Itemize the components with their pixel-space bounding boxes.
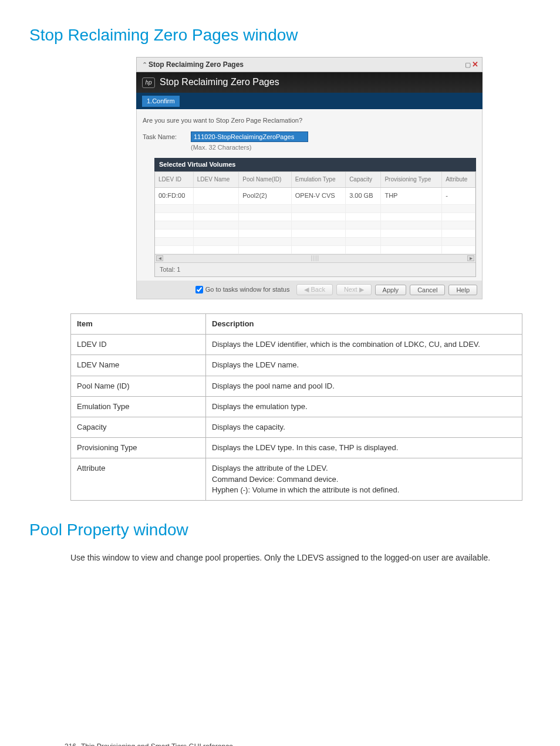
help-button[interactable]: Help xyxy=(448,285,477,295)
next-button[interactable]: Next ▶ xyxy=(336,284,372,295)
desc-row: Provisioning TypeDisplays the LDEV type.… xyxy=(71,438,522,458)
pool-property-text: Use this window to view and change pool … xyxy=(70,552,528,563)
desc-head-item: Item xyxy=(71,314,206,335)
cell-pool: Pool2(2) xyxy=(239,188,291,204)
col-ldev-id[interactable]: LDEV ID xyxy=(155,172,193,188)
desc-item: LDEV Name xyxy=(71,355,206,376)
chapter-title: Thin Provisioning and Smart Tiers GUI re… xyxy=(81,742,233,746)
desc-item: LDEV ID xyxy=(71,335,206,355)
close-icon[interactable]: ✕ xyxy=(472,59,478,70)
dialog-body: Are you sure you want to Stop Zero Page … xyxy=(136,109,483,281)
dialog-window-title: Stop Reclaiming Zero Pages xyxy=(149,60,464,70)
wizard-step-bar: 1.Confirm xyxy=(136,93,483,109)
desc-item: Pool Name (ID) xyxy=(71,376,206,396)
desc-description: Displays the LDEV type. In this case, TH… xyxy=(206,438,522,458)
desc-head-desc: Description xyxy=(206,314,522,335)
dialog-window: ⌃ Stop Reclaiming Zero Pages ▢ ✕ hp Stop… xyxy=(136,57,483,299)
task-name-input[interactable] xyxy=(191,131,308,142)
volumes-table: LDEV ID LDEV Name Pool Name(ID) Emulatio… xyxy=(154,171,476,277)
heading-stop-reclaiming: Stop Reclaiming Zero Pages window xyxy=(29,23,560,46)
page-footer: 316 Thin Provisioning and Smart Tiers GU… xyxy=(65,742,233,746)
table-row xyxy=(155,204,475,212)
heading-pool-property: Pool Property window xyxy=(29,518,560,541)
desc-row: CapacityDisplays the capacity. xyxy=(71,417,522,438)
desc-description: Displays the pool name and pool ID. xyxy=(206,376,522,396)
desc-item: Capacity xyxy=(71,417,206,438)
dialog-header-title: Stop Reclaiming Zero Pages xyxy=(160,76,279,89)
desc-description: Displays the attribute of the LDEV.Comma… xyxy=(206,458,522,501)
table-row xyxy=(155,212,475,221)
desc-description: Displays the LDEV identifier, which is t… xyxy=(206,335,522,355)
table-row xyxy=(155,229,475,237)
task-name-hint: (Max. 32 Characters) xyxy=(191,143,476,152)
page-number: 316 xyxy=(65,742,76,746)
col-emulation[interactable]: Emulation Type xyxy=(291,172,345,188)
go-to-tasks-label: Go to tasks window for status xyxy=(205,285,290,294)
desc-row: LDEV IDDisplays the LDEV identifier, whi… xyxy=(71,335,522,355)
desc-description: Displays the capacity. xyxy=(206,417,522,438)
col-capacity[interactable]: Capacity xyxy=(346,172,381,188)
col-ldev-name[interactable]: LDEV Name xyxy=(193,172,239,188)
dialog-titlebar: ⌃ Stop Reclaiming Zero Pages ▢ ✕ xyxy=(136,57,483,72)
back-button[interactable]: ◀ Back xyxy=(296,284,333,295)
col-pool[interactable]: Pool Name(ID) xyxy=(239,172,291,188)
table-horizontal-scrollbar[interactable]: ◂ |||| ▸ xyxy=(155,254,475,262)
desc-description: Displays the emulation type. xyxy=(206,396,522,417)
table-row xyxy=(155,237,475,245)
go-to-tasks-input[interactable] xyxy=(195,286,203,293)
wizard-step-label: 1.Confirm xyxy=(142,96,180,107)
cancel-button[interactable]: Cancel xyxy=(410,285,445,295)
go-to-tasks-checkbox[interactable]: Go to tasks window for status xyxy=(195,285,290,294)
selected-volumes-title: Selected Virtual Volumes xyxy=(154,158,476,171)
table-row xyxy=(155,221,475,229)
desc-row: Emulation TypeDisplays the emulation typ… xyxy=(71,396,522,417)
col-attr[interactable]: Attribute xyxy=(442,172,475,188)
desc-item: Emulation Type xyxy=(71,396,206,417)
confirm-question: Are you sure you want to Stop Zero Page … xyxy=(143,116,476,125)
hp-logo-icon: hp xyxy=(142,77,155,88)
cell-ldev-name xyxy=(193,188,239,204)
desc-row: AttributeDisplays the attribute of the L… xyxy=(71,458,522,501)
desc-row: LDEV NameDisplays the LDEV name. xyxy=(71,355,522,376)
cell-prov: THP xyxy=(381,188,442,204)
desc-row: Pool Name (ID)Displays the pool name and… xyxy=(71,376,522,396)
restore-icon[interactable]: ▢ xyxy=(464,60,472,69)
table-total: Total: 1 xyxy=(155,262,475,276)
scroll-right-icon[interactable]: ▸ xyxy=(467,255,474,261)
cell-emulation: OPEN-V CVS xyxy=(291,188,345,204)
dialog-footer: Go to tasks window for status ◀ Back Nex… xyxy=(136,281,483,299)
desc-item: Attribute xyxy=(71,458,206,501)
table-row[interactable]: 00:FD:00 Pool2(2) OPEN-V CVS 3.00 GB THP… xyxy=(155,188,475,204)
col-prov[interactable]: Provisioning Type xyxy=(381,172,442,188)
dialog-header: hp Stop Reclaiming Zero Pages xyxy=(136,72,483,92)
collapse-icon[interactable]: ⌃ xyxy=(140,60,149,69)
task-name-label: Task Name: xyxy=(143,131,184,141)
cell-ldev-id: 00:FD:00 xyxy=(155,188,193,204)
description-table: Item Description LDEV IDDisplays the LDE… xyxy=(70,313,522,501)
desc-description: Displays the LDEV name. xyxy=(206,355,522,376)
apply-button[interactable]: Apply xyxy=(375,285,407,295)
table-row xyxy=(155,245,475,254)
scroll-left-icon[interactable]: ◂ xyxy=(156,255,163,261)
cell-attr: - xyxy=(442,188,475,204)
desc-item: Provisioning Type xyxy=(71,438,206,458)
cell-capacity: 3.00 GB xyxy=(346,188,381,204)
